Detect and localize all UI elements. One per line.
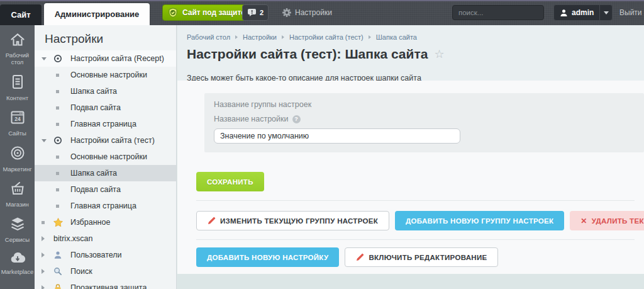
- sidebar-item-header-test-selected[interactable]: Шапка сайта: [35, 165, 176, 181]
- setting-name-label: Название настройки ?: [214, 115, 635, 123]
- chevron-right-icon: [42, 285, 45, 289]
- rail-item-content[interactable]: Контент: [0, 74, 35, 101]
- breadcrumb-settings[interactable]: Настройки: [243, 33, 277, 41]
- tab-administration[interactable]: Администрирование: [44, 3, 150, 25]
- sidebar-item-label: Основные настройки: [70, 71, 147, 79]
- topbar-settings-label: Настройки: [295, 8, 332, 17]
- save-button[interactable]: СОХРАНИТЬ: [196, 172, 264, 191]
- breadcrumb-desktop[interactable]: Рабочий стол: [187, 33, 230, 41]
- sidebar-item-mainpage[interactable]: Главная страница: [35, 116, 176, 132]
- logout-link[interactable]: Выйти: [619, 0, 642, 25]
- rail-label: Рабочий стол: [0, 52, 35, 65]
- search-icon: [53, 267, 66, 276]
- sidebar-item-label: Пользователи: [70, 251, 122, 259]
- rail-item-shop[interactable]: Магазин: [0, 181, 35, 208]
- user-menu-button[interactable]: admin: [553, 4, 613, 21]
- svg-text:24: 24: [14, 116, 21, 122]
- rail-label: Контент: [5, 94, 30, 101]
- sidebar-item-footer-test[interactable]: Подвал сайта: [35, 181, 176, 198]
- delete-group-button[interactable]: ✕ УДАЛИТЬ ТЕКУЩУЮ ГРУППУ НАСТРОЕК: [570, 211, 644, 230]
- x-icon: ✕: [580, 217, 587, 225]
- pencil-icon: [208, 217, 216, 225]
- settings-target-icon: [53, 136, 66, 145]
- sidebar-item-label: Основные настройки: [70, 152, 147, 161]
- rail-item-marketing[interactable]: Маркетинг: [0, 145, 35, 173]
- module-rail: Рабочий стол Контент 24 Сайты Маркетинг …: [0, 25, 35, 289]
- rail-label: Магазин: [4, 201, 30, 208]
- sidebar-item-bitrix-xscan[interactable]: bitrix.xscan: [35, 230, 176, 247]
- chevron-right-icon: [235, 35, 238, 39]
- gear-icon: [282, 8, 291, 17]
- page-bottom-strip: [177, 274, 644, 289]
- rail-item-services[interactable]: Сервисы: [0, 216, 35, 243]
- breadcrumb: Рабочий стол Настройки Настройки сайта (…: [177, 25, 644, 41]
- sidebar-title: Настройки: [35, 25, 176, 50]
- breadcrumb-site-settings-test[interactable]: Настройки сайта (тест): [289, 33, 364, 41]
- chevron-right-icon: [42, 236, 45, 241]
- rail-label: Сервисы: [4, 236, 31, 243]
- page-title: Настройки сайта (тест): Шапка сайта: [187, 47, 428, 62]
- sidebar-item-label: Избранное: [70, 218, 110, 227]
- speech-bubble-icon: [247, 8, 257, 17]
- user-icon: [53, 251, 66, 259]
- logout-label: Выйти: [619, 8, 642, 17]
- chevron-down-icon: [604, 11, 609, 14]
- setting-value-input[interactable]: [214, 128, 460, 144]
- chevron-right-icon: [282, 35, 284, 39]
- notifications-count: 2: [260, 9, 264, 16]
- rail-item-marketplace[interactable]: Marketplace: [0, 251, 35, 275]
- topbar-search: [452, 5, 544, 20]
- chevron-down-icon: [42, 57, 47, 60]
- sidebar-item-proactive-security[interactable]: Проактивная защита: [35, 280, 176, 289]
- rail-label: Сайты: [7, 130, 28, 137]
- sidebar-item-label: Подвал сайта: [70, 185, 121, 194]
- sidebar-item-group-test[interactable]: Настройки сайта (тест): [35, 132, 176, 149]
- document-icon: [10, 74, 25, 93]
- bullet-icon: [56, 188, 59, 191]
- rail-label: Marketplace: [0, 268, 35, 275]
- sidebar-item-label: Подвал сайта: [70, 103, 121, 112]
- sidebar-item-label: Шапка сайта: [70, 87, 117, 96]
- layers-icon: [9, 216, 26, 234]
- enable-editing-button[interactable]: ВКЛЮЧИТЬ РЕДАКТИРОВАНИЕ: [345, 247, 498, 267]
- search-input[interactable]: [453, 9, 558, 16]
- sidebar-item-group-recept[interactable]: Настройки сайта (Recept): [35, 50, 176, 67]
- topbar: Сайт Администрирование Сайт под защитой …: [0, 0, 644, 25]
- sidebar-item-mainpage-test[interactable]: Главная страница: [35, 198, 176, 214]
- bullet-icon: [56, 74, 59, 77]
- favorite-star-icon[interactable]: ☆: [434, 48, 444, 60]
- chevron-right-icon: [369, 35, 371, 39]
- sidebar-item-label: bitrix.xscan: [53, 234, 93, 243]
- sidebar-item-label: Проактивная защита: [70, 283, 147, 289]
- add-group-button[interactable]: ДОБАВИТЬ НОВУЮ ГРУППУ НАСТРОЕК: [395, 211, 564, 230]
- edit-group-button[interactable]: ИЗМЕНИТЬ ТЕКУЩУЮ ГРУППУ НАСТРОЕК: [196, 211, 389, 230]
- user-menu-caret[interactable]: [599, 5, 612, 20]
- notifications-button[interactable]: 2: [242, 4, 269, 21]
- sidebar-item-users[interactable]: Пользователи: [35, 247, 176, 263]
- rail-label: Маркетинг: [1, 166, 33, 173]
- rail-item-desktop[interactable]: Рабочий стол: [0, 32, 35, 65]
- user-name: admin: [572, 8, 594, 17]
- sidebar-item-search[interactable]: Поиск: [35, 263, 176, 280]
- rail-item-sites[interactable]: 24 Сайты: [0, 110, 35, 137]
- settings-sidebar: Настройки Настройки сайта (Recept) Основ…: [35, 25, 177, 289]
- sidebar-item-footer[interactable]: Подвал сайта: [35, 99, 176, 116]
- sidebar-item-header[interactable]: Шапка сайта: [35, 83, 176, 99]
- topbar-settings[interactable]: Настройки: [282, 0, 332, 25]
- target-icon: [9, 145, 26, 164]
- sidebar-item-label: Настройки сайта (тест): [70, 136, 155, 145]
- user-icon: [560, 9, 568, 17]
- sidebar-item-favorites[interactable]: Избранное: [35, 214, 176, 230]
- sidebar-item-main-settings[interactable]: Основные настройки: [35, 67, 176, 83]
- tab-site-label: Сайт: [11, 10, 30, 20]
- sidebar-item-main-settings-test[interactable]: Основные настройки: [35, 149, 176, 165]
- sidebar-item-label: Настройки сайта (Recept): [70, 54, 164, 63]
- sites-calendar-icon: 24: [9, 110, 26, 128]
- breadcrumb-header[interactable]: Шапка сайта: [376, 33, 417, 41]
- tab-site[interactable]: Сайт: [0, 4, 42, 25]
- settings-group-card: Название группы настроек Название настро…: [204, 93, 644, 152]
- add-setting-button[interactable]: ДОБАВИТЬ НОВУЮ НАСТРОЙКУ: [196, 247, 339, 267]
- help-icon[interactable]: ?: [292, 115, 301, 123]
- chevron-down-icon: [42, 139, 47, 142]
- pencil-icon: [356, 253, 364, 261]
